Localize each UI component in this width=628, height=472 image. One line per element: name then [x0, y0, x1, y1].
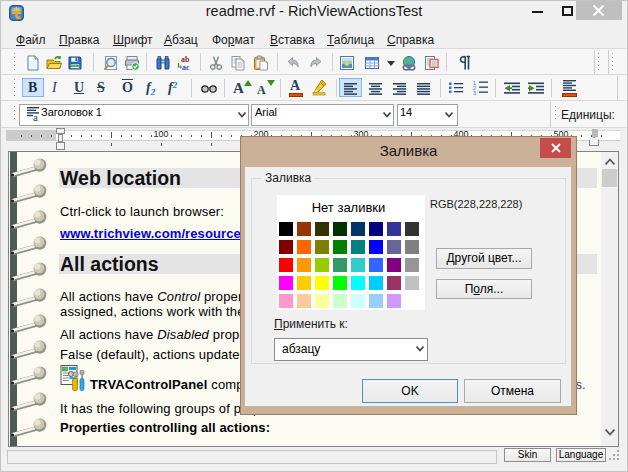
svg-text:a: a: [33, 111, 38, 122]
svg-text:3: 3: [473, 90, 476, 96]
svg-text:ac: ac: [182, 63, 190, 71]
